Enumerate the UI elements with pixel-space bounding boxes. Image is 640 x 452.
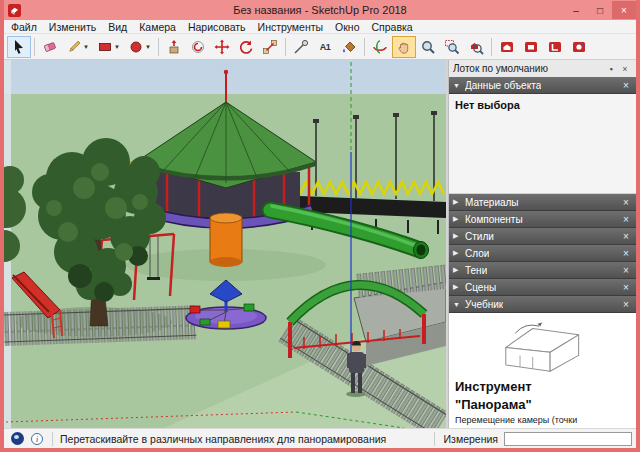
info-icon[interactable]: i [31,433,43,445]
3d-warehouse-button[interactable] [495,36,519,58]
toolbar-separator [158,38,159,56]
collapsed-arrow-icon: ▶ [453,198,465,206]
tray-panel-instructor[interactable]: ▼ Учебник × [449,296,636,313]
tray-panel-styles[interactable]: ▶ Стили × [449,228,636,245]
close-icon[interactable]: × [612,1,636,19]
menu-bar: Файл Изменить Вид Камера Нарисовать Инст… [4,20,636,34]
menu-help[interactable]: Справка [371,21,412,33]
toolbar: ▼ ▼ ▼ A1 [4,34,636,60]
statusbar-separator [434,432,435,446]
move-tool-button[interactable] [210,36,234,58]
minimize-icon[interactable]: – [564,1,588,19]
circle-tool-button[interactable]: ▼ [124,36,155,58]
menu-edit[interactable]: Изменить [49,21,96,33]
collapsed-arrow-icon: ▶ [453,266,465,274]
instructor-house-image [468,319,618,376]
zoom-tool-button[interactable] [416,36,440,58]
main-area: Лоток по умолчанию ▪ × ▼ Данные объекта … [4,60,636,428]
menu-draw[interactable]: Нарисовать [188,21,246,33]
toolbar-separator [364,38,365,56]
collapsed-arrow-icon: ▶ [453,249,465,257]
pan-tool-button[interactable] [392,36,416,58]
entity-info-message: Нет выбора [455,99,520,111]
orbit-tool-button[interactable] [368,36,392,58]
dimensions-tool-button[interactable]: A1 [313,36,337,58]
tray-panel-entity-info[interactable]: ▼ Данные объекта × [449,77,636,94]
collapsed-arrow-icon: ▶ [453,215,465,223]
chevron-down-icon[interactable]: ▼ [114,44,120,50]
collapsed-arrow-icon: ▶ [453,232,465,240]
tray-title-bar[interactable]: Лоток по умолчанию ▪ × [449,60,636,77]
rectangle-tool-button[interactable]: ▼ [93,36,124,58]
tray-close-icon[interactable]: × [618,64,632,74]
maximize-icon[interactable]: □ [588,1,612,19]
default-tray: Лоток по умолчанию ▪ × ▼ Данные объекта … [448,60,636,428]
status-hint: Перетаскивайте в различных направлениях … [58,433,429,445]
instructor-title-line1: Инструмент [449,376,636,394]
toolbar-separator [491,38,492,56]
push-pull-tool-button[interactable] [162,36,186,58]
tray-title: Лоток по умолчанию [453,63,548,74]
app-icon [8,4,21,17]
toolbar-separator [285,38,286,56]
instructor-title-line2: "Панорама" [449,394,636,412]
paint-bucket-tool-button[interactable] [337,36,361,58]
menu-tools[interactable]: Инструменты [258,21,323,33]
zoom-extents-tool-button[interactable] [464,36,488,58]
tray-panel-materials[interactable]: ▶ Материалы × [449,194,636,211]
viewport-canvas[interactable] [4,60,446,428]
tray-panel-shadows[interactable]: ▶ Тени × [449,262,636,279]
expanded-arrow-icon: ▼ [453,82,465,89]
tray-panel-components[interactable]: ▶ Компоненты × [449,211,636,228]
pin-icon[interactable]: ▪ [604,64,618,74]
statusbar-separator [52,432,53,446]
window-controls: – □ × [564,1,636,19]
menu-camera[interactable]: Камера [139,21,176,33]
expanded-arrow-icon: ▼ [453,301,465,308]
menu-view[interactable]: Вид [108,21,127,33]
entity-info-body: Нет выбора [449,94,636,194]
sketchup-window: Без названия - SketchUp Pro 2018 – □ × Ф… [0,0,640,452]
panel-close-icon[interactable]: × [620,214,632,225]
eraser-tool-button[interactable] [38,36,62,58]
chevron-down-icon[interactable]: ▼ [145,44,151,50]
measurements-input[interactable] [504,432,632,446]
style-builder-button[interactable] [567,36,591,58]
toolbar-separator [34,38,35,56]
panel-close-icon[interactable]: × [620,282,632,293]
title-bar[interactable]: Без названия - SketchUp Pro 2018 – □ × [4,0,636,20]
extension-warehouse-button[interactable] [519,36,543,58]
menu-file[interactable]: Файл [11,21,37,33]
geolocation-icon[interactable] [11,432,24,445]
panel-close-icon[interactable]: × [620,299,632,310]
playground-scene [4,60,446,428]
menu-window[interactable]: Окно [335,21,359,33]
panel-close-icon[interactable]: × [620,197,632,208]
panel-close-icon[interactable]: × [620,231,632,242]
instructor-description: Перемещение камеры (точки [449,412,636,428]
tape-measure-tool-button[interactable] [289,36,313,58]
panel-close-icon[interactable]: × [620,265,632,276]
offset-tool-button[interactable] [186,36,210,58]
measurements-label: Измерения [444,433,498,445]
chevron-down-icon[interactable]: ▼ [83,44,89,50]
instructor-body: Инструмент "Панорама" Перемещение камеры… [449,313,636,428]
panel-close-icon[interactable]: × [620,80,632,91]
tray-panel-layers[interactable]: ▶ Слои × [449,245,636,262]
layout-button[interactable] [543,36,567,58]
zoom-window-tool-button[interactable] [440,36,464,58]
status-bar: i Перетаскивайте в различных направления… [4,428,636,448]
line-tool-button[interactable]: ▼ [62,36,93,58]
tray-panel-scenes[interactable]: ▶ Сцены × [449,279,636,296]
select-tool-button[interactable] [7,36,31,58]
scale-tool-button[interactable] [258,36,282,58]
window-title: Без названия - SketchUp Pro 2018 [4,4,636,16]
panel-close-icon[interactable]: × [620,248,632,259]
rotate-tool-button[interactable] [234,36,258,58]
collapsed-arrow-icon: ▶ [453,283,465,291]
